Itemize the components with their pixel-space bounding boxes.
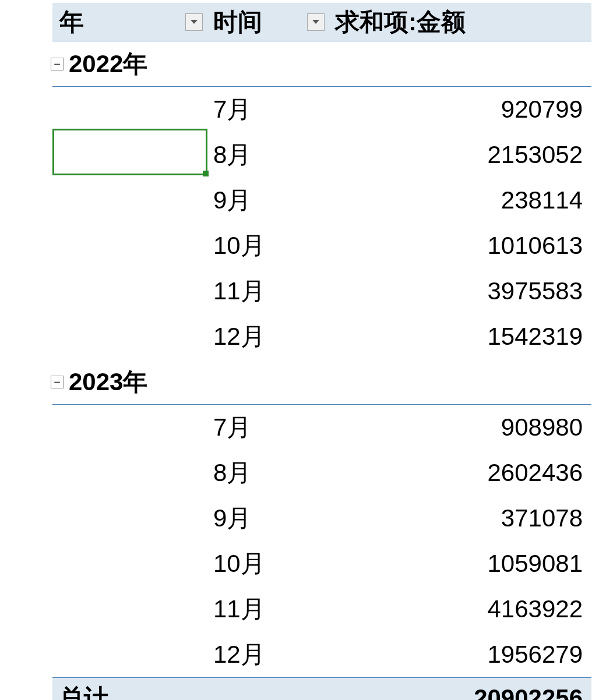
total-value: 20902256	[329, 684, 591, 701]
table-row[interactable]: 12月 1956279	[52, 632, 591, 677]
value-cell[interactable]: 1956279	[329, 641, 591, 669]
value-cell[interactable]: 908980	[329, 413, 591, 441]
table-row[interactable]: 11月 3975583	[52, 268, 591, 314]
value-cell[interactable]: 2602436	[329, 459, 591, 487]
time-cell[interactable]: 8月	[207, 457, 329, 489]
collapse-icon[interactable]: −	[51, 376, 64, 388]
value-cell[interactable]: 1010613	[329, 232, 591, 260]
time-cell[interactable]: 11月	[207, 593, 329, 625]
dropdown-icon[interactable]	[307, 13, 325, 31]
value-cell[interactable]: 1059081	[329, 550, 591, 578]
total-label: 总计	[52, 682, 329, 701]
header-time-label: 时间	[213, 6, 262, 38]
header-sum[interactable]: 求和项:金额	[329, 3, 591, 41]
time-cell[interactable]: 7月	[207, 93, 329, 126]
group-row-2023[interactable]: − 2023年	[52, 359, 591, 405]
table-row[interactable]: 10月 1010613	[52, 223, 591, 268]
value-cell[interactable]: 2153052	[329, 141, 591, 169]
table-row[interactable]: 8月 2153052	[52, 132, 591, 178]
time-cell[interactable]: 10月	[207, 547, 329, 580]
collapse-icon[interactable]: −	[51, 58, 64, 70]
table-row[interactable]: 7月 908980	[52, 405, 591, 450]
table-row[interactable]: 9月 371078	[52, 496, 591, 541]
header-sum-label: 求和项:金额	[335, 6, 466, 38]
header-year-label: 年	[59, 6, 84, 38]
table-row[interactable]: 12月 1542319	[52, 314, 591, 359]
table-row[interactable]: 9月 238114	[52, 178, 591, 223]
table-row[interactable]: 10月 1059081	[52, 541, 591, 586]
time-cell[interactable]: 9月	[207, 502, 329, 535]
time-cell[interactable]: 11月	[207, 275, 329, 307]
value-cell[interactable]: 4163922	[329, 595, 591, 623]
time-cell[interactable]: 9月	[207, 184, 329, 217]
value-cell[interactable]: 371078	[329, 504, 591, 532]
dropdown-icon[interactable]	[185, 13, 203, 31]
group-label: 2023年	[52, 366, 147, 398]
value-cell[interactable]: 3975583	[329, 277, 591, 305]
value-cell[interactable]: 1542319	[329, 323, 591, 351]
header-row: 年 时间 求和项:金额	[52, 3, 591, 41]
table-row[interactable]: 8月 2602436	[52, 450, 591, 496]
time-cell[interactable]: 10月	[207, 229, 329, 262]
group-label: 2022年	[52, 48, 147, 80]
table-row[interactable]: 7月 920799	[52, 87, 591, 132]
group-row-2022[interactable]: − 2022年	[52, 41, 591, 87]
time-cell[interactable]: 8月	[207, 139, 329, 171]
total-row[interactable]: 总计 20902256	[52, 677, 591, 700]
value-cell[interactable]: 238114	[329, 186, 591, 214]
pivot-table: 年 时间 求和项:金额 − 2022年 7月 920799 8月 2153052…	[52, 3, 591, 700]
time-cell[interactable]: 7月	[207, 411, 329, 444]
value-cell[interactable]: 920799	[329, 96, 591, 123]
table-row[interactable]: 11月 4163922	[52, 586, 591, 632]
time-cell[interactable]: 12月	[207, 320, 329, 353]
time-cell[interactable]: 12月	[207, 638, 329, 671]
header-year[interactable]: 年	[52, 3, 207, 41]
header-time[interactable]: 时间	[207, 3, 329, 41]
